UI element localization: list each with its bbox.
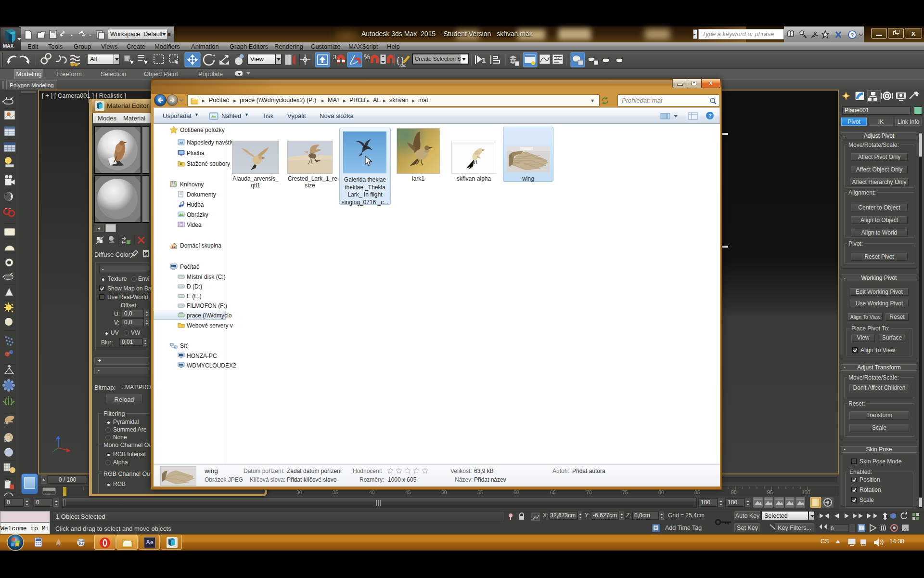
svg-text:55: 55 [477, 489, 483, 495]
svg-text:45: 45 [405, 489, 411, 495]
svg-text:85: 85 [694, 489, 700, 495]
svg-text:%: % [364, 53, 370, 61]
svg-text:0: 0 [831, 525, 834, 531]
svg-text:70: 70 [586, 489, 592, 495]
svg-text:35: 35 [333, 489, 338, 495]
svg-text:ABC: ABC [399, 64, 406, 67]
svg-text:30: 30 [296, 489, 302, 495]
svg-text:HF: HF [4, 421, 10, 425]
svg-text:40: 40 [369, 489, 375, 495]
svg-text:100: 100 [802, 489, 810, 495]
svg-text:65: 65 [550, 489, 556, 495]
svg-text:90: 90 [731, 489, 737, 495]
svg-text:z: z [56, 436, 58, 441]
svg-text:1: 1 [482, 56, 486, 64]
svg-text:50: 50 [441, 489, 447, 495]
svg-text:95: 95 [767, 489, 773, 495]
svg-text:3: 3 [333, 53, 336, 61]
svg-text:75: 75 [622, 489, 628, 495]
svg-text:80: 80 [658, 489, 664, 495]
svg-text:X7: X7 [78, 540, 84, 545]
svg-text:60: 60 [513, 489, 519, 495]
svg-text:?: ? [708, 113, 712, 118]
svg-text:Ox: Ox [4, 438, 9, 443]
svg-text:?: ? [851, 32, 854, 38]
